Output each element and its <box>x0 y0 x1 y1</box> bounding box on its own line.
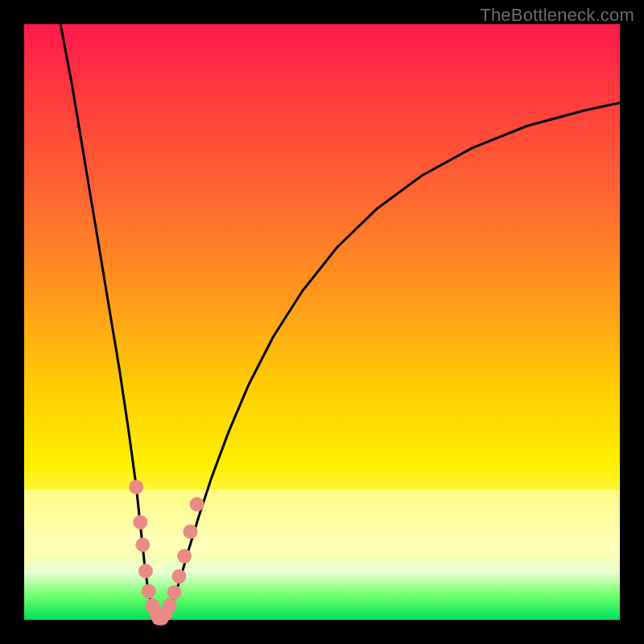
data-dot <box>138 564 153 578</box>
chart-frame: TheBottleneck.com <box>0 0 644 644</box>
data-dot <box>129 480 143 494</box>
data-dot <box>142 584 156 598</box>
bottleneck-curve <box>60 24 620 619</box>
data-dot <box>163 598 177 613</box>
data-dot <box>190 497 204 511</box>
watermark-text: TheBottleneck.com <box>480 5 634 26</box>
data-dot <box>171 569 186 584</box>
curve-layer <box>24 24 620 620</box>
data-dots <box>129 480 204 625</box>
data-dot <box>135 538 150 552</box>
data-dot <box>167 585 181 600</box>
data-dot <box>133 515 147 530</box>
data-dot <box>155 611 169 625</box>
data-dot <box>183 524 197 539</box>
plot-area <box>24 24 620 620</box>
data-dot <box>177 549 192 564</box>
